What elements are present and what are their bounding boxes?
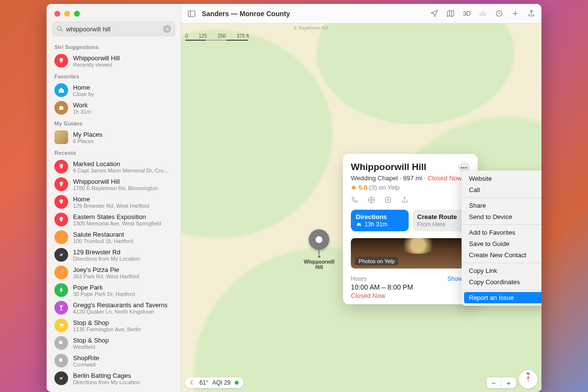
search-input[interactable]: [66, 25, 163, 33]
map-pin-whippoorwill[interactable]: WhippoorwillHill: [304, 229, 335, 270]
hours-today: 10:00 AM – 8:00 PM: [351, 283, 470, 291]
item-sub: 1305 Memorial Ave, West Springfield: [73, 220, 173, 226]
menu-save-guide[interactable]: Save to Guide›: [462, 238, 541, 249]
svg-rect-1: [60, 106, 62, 107]
menu-copy-link[interactable]: Copy Link: [462, 265, 541, 276]
item-title: Home: [73, 84, 173, 91]
list-item[interactable]: Marked Location9 Capt James Mann Memoria…: [47, 158, 181, 175]
zoom-out-button[interactable]: −: [487, 377, 501, 388]
list-item[interactable]: Stop & ShopWestfield: [47, 334, 181, 352]
fullscreen-window-button[interactable]: [74, 11, 80, 17]
directions-button[interactable]: Directions 13h 31m: [351, 210, 409, 231]
aqi-label: AQI 29: [212, 379, 230, 386]
suggestion-whippoorwill-hill[interactable]: Whippoorwill HillRecently viewed: [47, 52, 181, 70]
menu-send-to-device[interactable]: Send to Device›: [462, 211, 541, 222]
sidebar-toggle-icon[interactable]: [187, 9, 196, 18]
clear-search-button[interactable]: ✕: [163, 25, 171, 33]
list-item[interactable]: Whippoorwill Hill1780 E Rayletown Rd, Bl…: [47, 175, 181, 193]
pin-icon: [54, 195, 68, 209]
settings-icon[interactable]: [495, 9, 503, 18]
svg-point-5: [59, 358, 62, 362]
menu-create-contact[interactable]: Create New Contact: [462, 249, 541, 261]
moon-icon: ☾: [190, 379, 196, 386]
minimize-window-button[interactable]: [64, 11, 70, 17]
item-sub: 6 Places: [73, 138, 173, 144]
website-icon[interactable]: [368, 196, 375, 204]
3d-toggle[interactable]: 3D: [463, 10, 471, 17]
menu-call[interactable]: Call: [462, 184, 541, 196]
item-sub: Close by: [73, 91, 173, 97]
fork-icon: [54, 266, 68, 279]
item-sub: 353 Park Rd, West Hartford: [73, 273, 173, 279]
section-recents: Recents: [47, 146, 181, 158]
road-label: E Rayletown Rd: [294, 25, 328, 30]
item-title: Work: [73, 101, 173, 109]
toolbar: Sanders — Monroe County 3D: [181, 4, 541, 24]
place-photos[interactable]: Photos on Yelp: [351, 238, 470, 269]
place-meta: Wedding Chapel · 897 mi · Closed Now: [351, 174, 470, 182]
item-sub: Directions from My Location: [73, 256, 173, 262]
mag-icon: [54, 354, 68, 368]
item-title: 129 Brewster Rd: [73, 248, 173, 256]
list-item[interactable]: Gregg's Restaurants and Taverns4120 Quak…: [47, 299, 181, 317]
menu-report-issue[interactable]: Report an Issue: [464, 292, 541, 303]
item-sub: Directions from My Location: [73, 379, 173, 385]
item-sub: 1h 31m: [73, 109, 173, 115]
item-sub: 9 Capt James Mann Memorial Dr, Cromw…: [73, 168, 173, 173]
menu-website[interactable]: Website: [462, 173, 541, 184]
list-item[interactable]: Eastern States Exposition1305 Memorial A…: [47, 211, 181, 228]
list-item[interactable]: Joey's Pizza Pie353 Park Rd, West Hartfo…: [47, 264, 181, 281]
item-title: ShopRite: [73, 354, 173, 362]
section-my-guides: My Guides: [47, 117, 181, 128]
svg-point-3: [62, 327, 63, 328]
list-item[interactable]: Work1h 31m: [47, 99, 181, 117]
window-controls: [47, 4, 181, 22]
item-title: Stop & Shop: [73, 337, 173, 344]
list-item[interactable]: ShopRiteCromwell: [47, 352, 181, 369]
list-item[interactable]: Salute Restaurant100 Trumbull St, Hartfo…: [47, 228, 181, 246]
item-sub: 100 Trumbull St, Hartford: [73, 238, 173, 244]
tree-icon: [54, 283, 68, 297]
map-mode-icon[interactable]: [446, 9, 455, 18]
map-scale: 0125250375 ft: [185, 33, 249, 41]
menu-copy-coordinates[interactable]: Copy Coordinates: [462, 276, 541, 288]
photos-caption: Photos on Yelp: [355, 257, 398, 266]
close-window-button[interactable]: [54, 11, 60, 17]
app-window: ✕ Siri Suggestions Whippoorwill HillRece…: [47, 4, 541, 392]
share-icon[interactable]: [527, 9, 536, 18]
search-icon: [56, 25, 63, 32]
zoom-in-button[interactable]: +: [501, 377, 516, 388]
section-favorites: Favorites: [47, 70, 181, 81]
item-title: Berlin Batting Cages: [73, 372, 173, 379]
item-title: Stop & Shop: [73, 319, 173, 326]
list-item[interactable]: Berlin Batting CagesDirections from My L…: [47, 369, 181, 387]
search-field[interactable]: ✕: [52, 22, 175, 36]
compass-button[interactable]: N: [519, 370, 538, 389]
phone-icon[interactable]: [351, 196, 359, 204]
share-place-icon[interactable]: [401, 196, 409, 204]
add-icon[interactable]: [511, 9, 519, 18]
add-to-icon[interactable]: [384, 196, 392, 204]
list-item[interactable]: 129 Brewster RdDirections from My Locati…: [47, 246, 181, 264]
place-quick-actions: [351, 196, 470, 204]
list-item[interactable]: Stop & Shop1135 Farmington Ave, Berlin: [47, 317, 181, 334]
menu-share[interactable]: Share›: [462, 200, 541, 211]
temperature: 61°: [199, 379, 208, 386]
item-title: Salute Restaurant: [73, 231, 173, 238]
item-title: Pope Park: [73, 284, 173, 291]
item-sub: Westfield: [73, 344, 173, 350]
list-item[interactable]: Home129 Brewster Rd, West Hartford: [47, 193, 181, 211]
item-sub: 1135 Farmington Ave, Berlin: [73, 326, 173, 332]
guide-my-places[interactable]: My Places6 Places: [47, 128, 181, 146]
map-canvas[interactable]: E Rayletown Rd 0125250375 ft Whippoorwil…: [181, 24, 541, 392]
binoculars-icon: [479, 9, 487, 18]
menu-add-favorites[interactable]: Add to Favorites: [462, 227, 541, 238]
place-context-menu: Website Call Share› Send to Device› Add …: [462, 171, 541, 306]
pin-icon: [54, 213, 68, 226]
list-item[interactable]: HomeClose by: [47, 81, 181, 99]
place-title: Whippoorwill Hill: [351, 162, 426, 172]
weather-widget[interactable]: ☾ 61° AQI 29: [185, 377, 244, 388]
location-icon[interactable]: [430, 9, 439, 18]
list-item[interactable]: Pope Park30 Pope Park Dr, Hartford: [47, 281, 181, 299]
work-icon: [54, 101, 68, 115]
